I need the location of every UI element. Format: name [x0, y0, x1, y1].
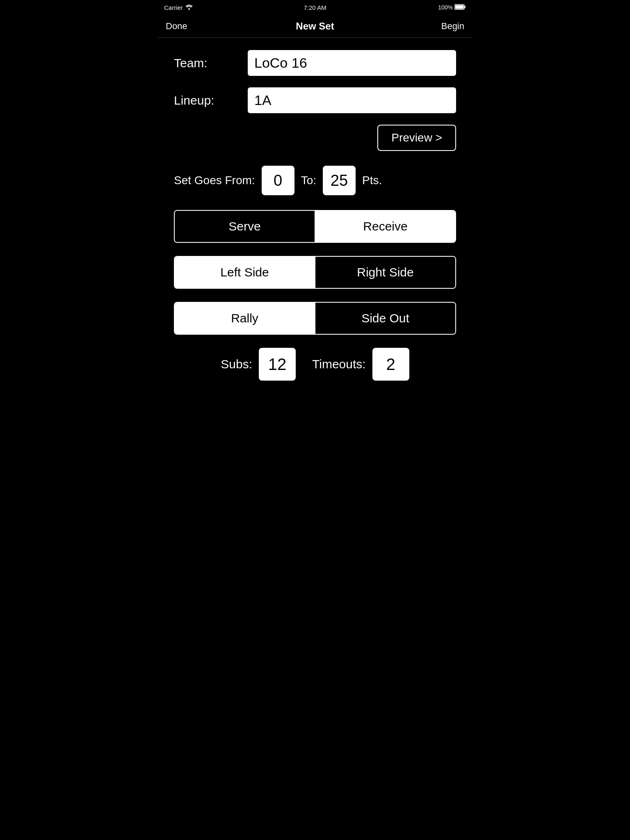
set-to-box[interactable]: 25	[323, 166, 356, 195]
right-side-label: Right Side	[357, 265, 413, 279]
subs-label: Subs:	[221, 357, 252, 371]
begin-button[interactable]: Begin	[441, 21, 464, 32]
preview-button[interactable]: Preview >	[377, 125, 456, 151]
svg-point-0	[188, 8, 190, 10]
preview-row: Preview >	[174, 125, 456, 151]
left-side-label: Left Side	[220, 265, 269, 279]
carrier-text: Carrier	[164, 4, 183, 11]
svg-rect-2	[455, 5, 464, 9]
left-side-option[interactable]: Left Side	[175, 257, 315, 288]
lineup-row: Lineup:	[174, 87, 456, 113]
status-left: Carrier	[164, 4, 193, 11]
serve-option[interactable]: Serve	[175, 211, 315, 242]
to-label: To:	[301, 174, 316, 187]
team-row: Team:	[174, 50, 456, 76]
set-to-value: 25	[331, 172, 348, 189]
done-button[interactable]: Done	[166, 21, 187, 32]
subs-group: Subs: 12	[221, 348, 296, 381]
receive-option[interactable]: Receive	[315, 211, 455, 242]
timeouts-box[interactable]: 2	[372, 348, 409, 381]
rally-option[interactable]: Rally	[175, 303, 315, 334]
set-goes-row: Set Goes From: 0 To: 25 Pts.	[174, 166, 456, 195]
battery-icon	[454, 4, 466, 11]
serve-label: Serve	[228, 219, 260, 233]
serve-receive-control: Serve Receive	[174, 210, 456, 243]
lineup-label: Lineup:	[174, 94, 248, 107]
status-bar: Carrier 7:20 AM 100%	[158, 0, 472, 15]
side-out-option[interactable]: Side Out	[315, 303, 455, 334]
nav-title: New Set	[296, 21, 334, 32]
team-input[interactable]	[248, 50, 456, 76]
rally-label: Rally	[231, 311, 258, 325]
timeouts-label: Timeouts:	[312, 357, 366, 371]
team-label: Team:	[174, 56, 248, 70]
lineup-input[interactable]	[248, 87, 456, 113]
side-out-label: Side Out	[361, 311, 409, 325]
set-from-box[interactable]: 0	[262, 166, 294, 195]
side-control: Left Side Right Side	[174, 256, 456, 289]
nav-bar: Done New Set Begin	[158, 15, 472, 38]
subs-box[interactable]: 12	[259, 348, 296, 381]
status-time: 7:20 AM	[304, 4, 326, 11]
right-side-option[interactable]: Right Side	[315, 257, 455, 288]
timeouts-value: 2	[386, 355, 395, 374]
pts-label: Pts.	[362, 174, 382, 187]
receive-label: Receive	[363, 219, 407, 233]
svg-rect-3	[465, 6, 466, 8]
status-right: 100%	[438, 4, 466, 11]
scoring-control: Rally Side Out	[174, 302, 456, 335]
wifi-icon	[185, 4, 193, 11]
subs-value: 12	[268, 355, 287, 374]
set-from-value: 0	[274, 172, 282, 189]
timeouts-group: Timeouts: 2	[312, 348, 409, 381]
main-content: Team: Lineup: Preview > Set Goes From: 0…	[158, 38, 472, 397]
battery-percent: 100%	[438, 4, 453, 11]
subs-timeouts-row: Subs: 12 Timeouts: 2	[174, 348, 456, 381]
set-goes-label: Set Goes From:	[174, 174, 255, 187]
